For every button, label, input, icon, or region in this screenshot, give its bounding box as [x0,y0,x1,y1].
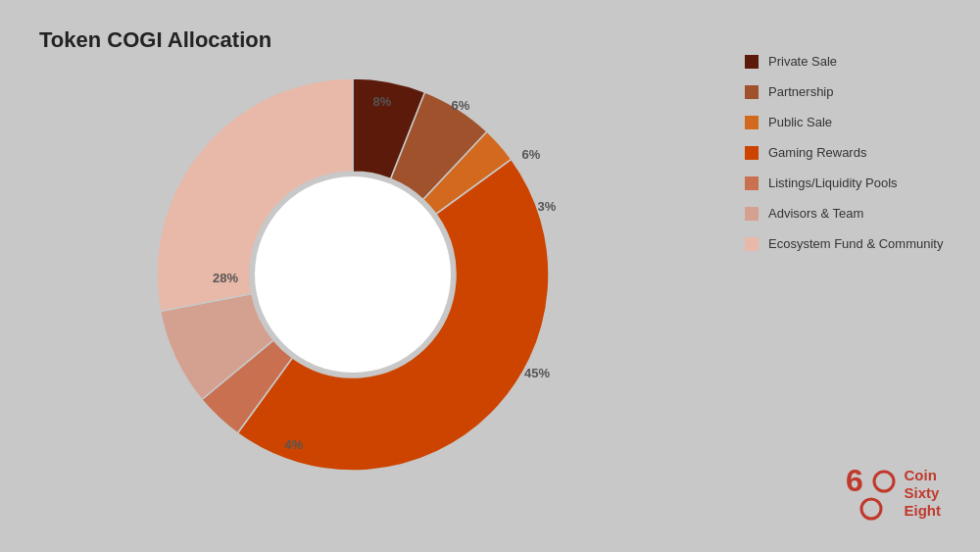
label-private-sale: 6% [452,98,470,113]
chart-container: 6% 6% 3% 45% 4% 8% 28% [59,39,647,510]
legend-color-4 [745,176,759,190]
legend-label-3: Gaming Rewards [768,145,866,160]
legend-color-5 [745,207,759,221]
logo-text: Coin Sixty Eight [905,467,942,520]
legend-item-2: Public Sale [745,115,951,129]
label-gaming-rewards: 45% [524,366,550,380]
svg-text:6: 6 [846,464,863,498]
legend-color-3 [745,146,759,160]
label-partnership: 6% [522,147,541,162]
legend-label-0: Private Sale [768,54,837,69]
label-ecosystem: 28% [213,271,238,285]
svg-point-2 [861,499,881,519]
legend-label-4: Listings/Liquidity Pools [768,176,898,190]
label-listings: 4% [285,437,304,452]
legend-item-6: Ecosystem Fund & Community [745,236,951,251]
legend-item-3: Gaming Rewards [745,145,951,160]
legend: Private Sale Partnership Public Sale Gam… [745,54,951,267]
legend-color-2 [745,116,759,129]
logo-icon: 6 [840,464,899,523]
donut-chart: 6% 6% 3% 45% 4% 8% 28% [98,39,608,510]
legend-item-5: Advisors & Team [745,206,951,221]
legend-label-5: Advisors & Team [768,206,863,221]
legend-color-1 [745,85,759,99]
legend-label-2: Public Sale [768,115,832,129]
logo-container: 6 Coin Sixty Eight [840,464,942,523]
legend-label-1: Partnership [768,84,833,99]
legend-item-4: Listings/Liquidity Pools [745,176,951,190]
legend-item-1: Partnership [745,84,951,99]
legend-label-6: Ecosystem Fund & Community [768,236,943,251]
svg-point-1 [874,472,894,491]
donut-hole [255,176,451,373]
legend-item-0: Private Sale [745,54,951,69]
legend-color-0 [745,55,759,69]
label-public-sale: 3% [538,199,557,214]
label-advisors: 8% [373,94,392,109]
legend-color-6 [745,237,759,251]
